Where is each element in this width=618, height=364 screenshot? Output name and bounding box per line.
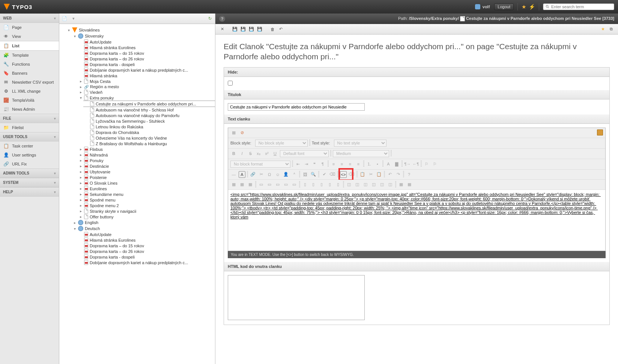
tree-node[interactable]: Odvezieme Vás na koncerty do Viedne	[83, 135, 215, 141]
tree-node[interactable]: ▸ Viedeň	[77, 89, 215, 95]
module-item-newsadmin[interactable]: 📰News Admin	[0, 105, 59, 114]
table-restyle-icon[interactable]: ▦	[247, 181, 254, 188]
tree-toggle-icon[interactable]: ▸	[79, 158, 83, 162]
user-icon[interactable]: 👤	[283, 171, 289, 178]
strike-icon[interactable]: S̶	[247, 150, 254, 157]
subscript-icon[interactable]: x₂	[255, 150, 262, 157]
shortcut-icon[interactable]: ★	[600, 26, 606, 32]
acronym-icon[interactable]: ᴬ	[291, 171, 298, 178]
module-item-list[interactable]: 📋List	[0, 41, 59, 51]
emoji-icon[interactable]: ☺	[274, 171, 281, 178]
save-icon[interactable]: 💾	[232, 26, 238, 32]
tree-toggle-icon[interactable]: ▸	[79, 164, 83, 168]
tree-toggle-icon[interactable]: ▸	[79, 153, 83, 157]
titulok-input[interactable]	[228, 103, 365, 111]
tree-node[interactable]: ▸ Offer buttony	[77, 214, 215, 220]
tree-node[interactable]: Cestujte za nákupmi v Parndorfe alebo od…	[83, 101, 215, 107]
toggle-html-icon[interactable]: <>	[340, 171, 347, 178]
cell-delete-icon[interactable]: ◫	[370, 181, 377, 188]
rtl-icon[interactable]: ←¶	[412, 161, 419, 167]
rte-source-textarea[interactable]	[228, 190, 605, 250]
align-right-icon[interactable]: ≡	[347, 161, 353, 167]
bookmark-star-icon[interactable]: ★	[522, 4, 526, 10]
module-item-view[interactable]: 👁View	[0, 32, 59, 41]
module-item-functions[interactable]: 🔧Functions	[0, 60, 59, 69]
omega-icon[interactable]: Ω	[266, 171, 273, 178]
tree-node[interactable]: ▸ Ubytovanie	[77, 169, 215, 174]
htmlkod-textarea[interactable]	[228, 275, 365, 320]
tree-toggle-icon[interactable]: ▾	[73, 227, 77, 231]
hr-icon[interactable]: —	[230, 171, 237, 178]
col-after-icon[interactable]: ▯	[318, 181, 325, 188]
new-page-icon[interactable]: 📄	[62, 16, 68, 22]
undo-icon[interactable]: ↶	[278, 26, 284, 32]
tree-toggle-icon[interactable]: ▸	[79, 170, 83, 174]
rte-collapse-icon[interactable]: ▦	[230, 129, 237, 136]
bgcolor-icon[interactable]: ▇	[393, 161, 400, 167]
image-icon[interactable]: 🖼	[302, 171, 308, 178]
insert-p-icon[interactable]: ¶	[319, 161, 326, 167]
row-delete-icon[interactable]: ▭	[283, 181, 289, 188]
tree-node[interactable]: Autobusom na vianočné trhy - Schloss Hof	[83, 107, 215, 113]
tree-node[interactable]: ▸ Spodné menu	[77, 197, 215, 203]
tree-node[interactable]: Z Bratislavy do Wolfsthalu a Hainburgu	[83, 141, 215, 146]
module-group-header[interactable]: SYSTEM▾	[0, 178, 59, 187]
module-group-header[interactable]: FILE▾	[0, 114, 59, 123]
rte-noop-icon[interactable]: ⊘	[239, 129, 245, 136]
tree-node[interactable]: ▸ Poistenie	[77, 174, 215, 180]
delete-icon[interactable]: 🗑	[269, 26, 275, 32]
module-item-filelist[interactable]: 📁Filelist	[0, 123, 59, 132]
tree-node[interactable]: ▸ Eurolines	[77, 186, 215, 191]
tree-node[interactable]: ▸ Spodne menu 2	[77, 203, 215, 208]
bold-icon[interactable]: B	[230, 150, 237, 157]
cut-icon[interactable]: ✂	[367, 171, 374, 178]
toggle-borders2-icon[interactable]: ▦	[406, 181, 413, 188]
indent-icon[interactable]: ⇤	[295, 161, 301, 167]
tree-node[interactable]: AutoUpdate	[77, 232, 215, 237]
user-chip[interactable]: volf	[475, 4, 490, 9]
tree-node[interactable]: Dobíjanie dopravných kariet a nákup pred…	[77, 260, 215, 265]
tree-node[interactable]: ▸ English	[71, 220, 215, 226]
tree-node[interactable]: ▾ Extra ponuky	[77, 95, 215, 101]
tree-node[interactable]: ▸ Destinácie	[77, 163, 215, 169]
module-item-banners[interactable]: 🔖Banners	[0, 69, 59, 78]
global-search[interactable]	[543, 3, 614, 10]
align-justify-icon[interactable]: ≡	[355, 161, 362, 167]
open-new-window-icon[interactable]: ⧉	[608, 26, 614, 32]
tree-toggle-icon[interactable]: ▸	[79, 90, 83, 94]
tree-node[interactable]: Dopravna karta – do 15 rokov	[77, 50, 215, 56]
superscript-icon[interactable]: x²	[263, 150, 270, 157]
tree-toggle-icon[interactable]: ▸	[79, 147, 83, 151]
tree-toggle-icon[interactable]: ▸	[79, 209, 83, 213]
tree-node[interactable]: Hlavná stránka Eurolines	[77, 45, 215, 50]
redo-icon[interactable]: ↷	[395, 171, 401, 178]
toggle-borders-icon[interactable]: ▦	[398, 181, 404, 188]
removetag-icon[interactable]: ⌫	[329, 171, 336, 178]
tree-node[interactable]: ▸ Sekundárne menu	[77, 191, 215, 197]
tree-toggle-icon[interactable]: ▸	[73, 221, 77, 225]
table-props-icon[interactable]: ▦	[239, 181, 245, 188]
tree-node[interactable]: Dopravna karta - dospeli	[77, 62, 215, 67]
tree-node[interactable]: ▾ Slovensky	[71, 33, 215, 39]
cell-after-icon[interactable]: ◫	[362, 181, 369, 188]
tree-node[interactable]: Dobíjanie dopravných kariet a nákup pred…	[77, 67, 215, 73]
row-props-icon[interactable]: ▭	[258, 181, 265, 188]
tree-node[interactable]: Hlavná stránka	[77, 73, 215, 78]
tree-node[interactable]: ▾ Deutsch	[71, 226, 215, 232]
module-group-header[interactable]: WEB▾	[0, 14, 59, 23]
refresh-icon[interactable]: ↻	[207, 16, 213, 22]
filter-icon[interactable]: ▾	[71, 16, 77, 22]
module-item-templavoila[interactable]: 🧱TemplaVoilà	[0, 96, 59, 105]
close-icon[interactable]: ✕	[219, 26, 225, 32]
tree-node[interactable]: Doprava do Chorvátska	[83, 129, 215, 135]
tree-node[interactable]: Dopravna karta – do 26 rokov	[77, 248, 215, 254]
row-below-icon[interactable]: ▭	[274, 181, 281, 188]
cell-before-icon[interactable]: ◫	[354, 181, 361, 188]
tree-toggle-icon[interactable]: ▸	[79, 181, 83, 185]
table-icon[interactable]: ▦	[230, 181, 237, 188]
module-group-header[interactable]: USER TOOLS▾	[0, 132, 59, 141]
col-before-icon[interactable]: ▯	[310, 181, 317, 188]
tree-toggle-icon[interactable]: ▸	[79, 215, 83, 219]
module-item-newsletter[interactable]: ✉Newsletter CSV export	[0, 78, 59, 87]
cell-props-icon[interactable]: ◫	[346, 181, 352, 188]
